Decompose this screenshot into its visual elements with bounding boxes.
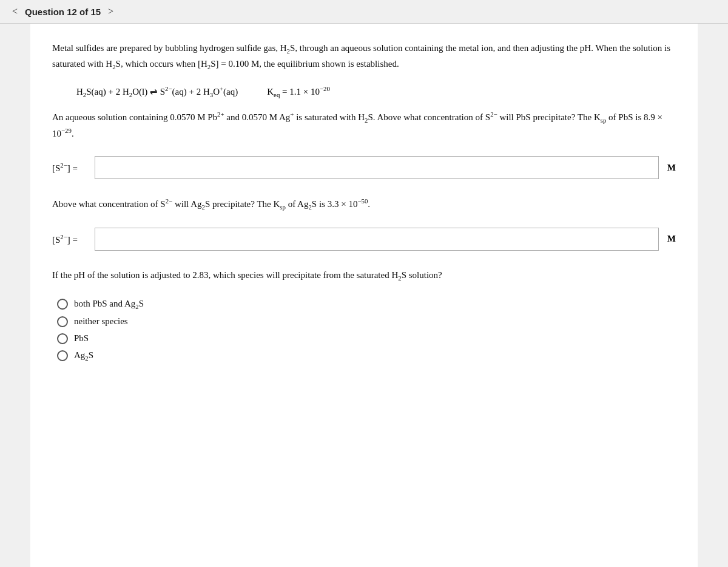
- radio-circle-ag2s[interactable]: [57, 350, 68, 361]
- radio-label-ag2s: Ag2S: [74, 350, 93, 362]
- question-counter: Question 12 of 15: [25, 7, 101, 17]
- equilibrium-equation: H2S(aq) + 2 H2O(l) ⇌ S2−(aq) + 2 H3O+(aq…: [76, 85, 676, 98]
- main-content-area: Metal sulfides are prepared by bubbling …: [30, 24, 698, 567]
- next-question-button[interactable]: >: [106, 5, 116, 18]
- answer-row-1: [S2−] = M: [52, 156, 676, 179]
- answer1-unit: M: [665, 163, 676, 173]
- equation-formula: H2S(aq) + 2 H2O(l) ⇌ S2−(aq) + 2 H3O+(aq…: [76, 85, 238, 98]
- radio-option-neither[interactable]: neither species: [57, 316, 676, 327]
- radio-circle-both[interactable]: [57, 299, 68, 310]
- answer2-unit: M: [665, 234, 676, 244]
- answer-row-2: [S2−] = M: [52, 228, 676, 251]
- question1-text: An aqueous solution containing 0.0570 M …: [52, 109, 676, 142]
- answer2-label: [S2−] =: [52, 233, 89, 245]
- prev-question-button[interactable]: <: [10, 5, 20, 18]
- radio-label-neither: neither species: [74, 316, 128, 327]
- answer2-input[interactable]: [95, 228, 659, 251]
- intro-paragraph: Metal sulfides are prepared by bubbling …: [52, 41, 676, 73]
- radio-options-group: both PbS and Ag2S neither species PbS Ag…: [57, 299, 676, 362]
- question3-text: If the pH of the solution is adjusted to…: [52, 268, 676, 284]
- answer1-input[interactable]: [95, 156, 659, 179]
- radio-label-pbs: PbS: [74, 333, 89, 344]
- radio-option-ag2s[interactable]: Ag2S: [57, 350, 676, 362]
- radio-circle-neither[interactable]: [57, 316, 68, 327]
- radio-label-both: both PbS and Ag2S: [74, 299, 144, 310]
- radio-circle-pbs[interactable]: [57, 333, 68, 344]
- radio-option-pbs[interactable]: PbS: [57, 333, 676, 344]
- top-navigation: < Question 12 of 15 >: [0, 0, 728, 24]
- equation-keq: Keq = 1.1 × 10−20: [267, 85, 330, 98]
- question2-text: Above what concentration of S2− will Ag2…: [52, 196, 676, 213]
- answer1-label: [S2−] =: [52, 161, 89, 174]
- radio-option-both[interactable]: both PbS and Ag2S: [57, 299, 676, 310]
